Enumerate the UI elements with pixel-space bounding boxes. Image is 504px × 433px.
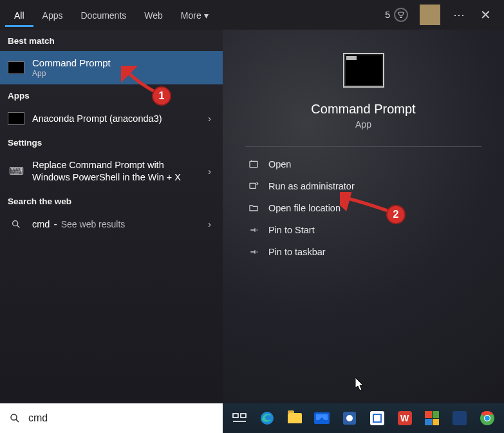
app-icon [453, 411, 467, 425]
taskbar-task-view[interactable] [227, 405, 253, 431]
result-command-prompt[interactable]: Command Prompt App [0, 51, 223, 84]
chevron-right-icon[interactable]: › [208, 113, 211, 124]
action-label: Pin to Start [268, 225, 315, 235]
preview-title: Command Prompt [311, 102, 415, 117]
pin-icon [248, 247, 259, 257]
tab-documents[interactable]: Documents [71, 3, 135, 27]
svg-rect-3 [250, 183, 256, 188]
svg-rect-7 [241, 414, 246, 418]
search-tabs: All Apps Documents Web More ▾ 5 ⋯ ✕ [0, 0, 504, 30]
taskbar-app-blue[interactable] [447, 405, 473, 431]
chevron-right-icon[interactable]: › [208, 219, 211, 229]
result-title: Anaconda Prompt (anaconda3) [32, 113, 162, 124]
svg-point-14 [485, 416, 490, 421]
pin-icon [248, 225, 259, 235]
tab-more[interactable]: More ▾ [172, 3, 218, 27]
taskbar-app[interactable] [337, 405, 363, 431]
app-thumbnail [343, 53, 384, 88]
open-icon [248, 159, 259, 169]
taskbar-file-explorer[interactable] [281, 405, 308, 431]
section-best-match: Best match [0, 30, 223, 51]
trophy-icon [394, 8, 408, 22]
search-icon [9, 412, 21, 424]
tab-all[interactable]: All [5, 3, 33, 27]
user-avatar[interactable] [420, 5, 440, 25]
action-label: Run as administrator [268, 181, 355, 191]
action-run-as-admin[interactable]: Run as administrator [245, 175, 481, 197]
folder-icon [248, 203, 259, 213]
rewards-button[interactable]: 5 [378, 8, 415, 22]
chevron-right-icon[interactable]: › [208, 166, 211, 177]
office-icon [425, 411, 439, 425]
result-anaconda-prompt[interactable]: Anaconda Prompt (anaconda3) › [0, 106, 223, 131]
result-web-cmd[interactable]: cmd - See web results › [0, 211, 223, 237]
action-open-file-location[interactable]: Open file location [245, 197, 481, 219]
result-replace-cmd-powershell[interactable]: ⌨ Replace Command Prompt with Windows Po… [0, 153, 223, 190]
search-input[interactable] [28, 412, 214, 424]
svg-line-1 [17, 225, 20, 227]
action-label: Open [268, 159, 291, 169]
tab-apps[interactable]: Apps [33, 3, 72, 27]
wps-icon: W [398, 411, 412, 425]
action-label: Open file location [268, 203, 341, 213]
folder-icon [288, 413, 302, 423]
search-bar[interactable] [0, 403, 223, 433]
action-pin-to-start[interactable]: Pin to Start [245, 219, 481, 241]
taskbar: W [223, 403, 504, 433]
preview-pane: Command Prompt App Open Run as administr… [223, 30, 504, 403]
shield-icon [248, 181, 259, 191]
svg-rect-2 [250, 161, 257, 167]
results-pane: Best match Command Prompt App Apps Anaco… [0, 30, 223, 403]
action-pin-to-taskbar[interactable]: Pin to taskbar [245, 241, 481, 263]
keyboard-icon: ⌨ [8, 165, 24, 178]
svg-line-5 [16, 419, 19, 422]
section-search-web: Search the web [0, 190, 223, 211]
close-button[interactable]: ✕ [472, 7, 499, 23]
tab-web[interactable]: Web [135, 3, 172, 27]
section-apps: Apps [0, 84, 223, 106]
svg-point-11 [346, 415, 353, 421]
section-settings: Settings [0, 131, 223, 153]
taskbar-edge[interactable] [254, 405, 281, 431]
svg-point-0 [13, 220, 18, 226]
taskbar-store[interactable] [364, 405, 391, 431]
store-icon [370, 411, 384, 425]
taskbar-wps[interactable]: W [391, 405, 418, 431]
result-title: Replace Command Prompt with Windows Powe… [32, 159, 193, 184]
annotation-badge-1: 1 [152, 86, 171, 106]
chevron-down-icon: ▾ [204, 10, 209, 21]
action-open[interactable]: Open [245, 153, 481, 175]
taskbar-mail[interactable] [309, 405, 335, 431]
rewards-points: 5 [385, 10, 390, 20]
result-subtitle: App [32, 69, 111, 78]
cmd-icon [8, 112, 24, 125]
divider [245, 146, 481, 147]
search-icon [8, 218, 24, 231]
result-title: Command Prompt [32, 57, 111, 68]
action-label: Pin to taskbar [268, 247, 326, 257]
result-subtitle: See web results [61, 219, 126, 229]
cmd-icon [8, 61, 24, 74]
mail-icon [314, 412, 330, 424]
svg-rect-6 [233, 414, 238, 418]
preview-subtitle: App [355, 119, 371, 130]
taskbar-office[interactable] [419, 405, 445, 431]
taskbar-chrome[interactable] [474, 405, 500, 431]
svg-point-4 [11, 414, 17, 420]
result-title: cmd [32, 219, 50, 229]
more-options-button[interactable]: ⋯ [445, 8, 472, 22]
